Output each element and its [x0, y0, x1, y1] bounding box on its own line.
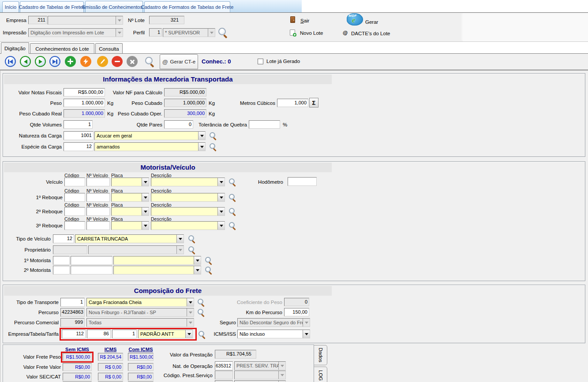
natureza-carga-code-input[interactable]: 1001 [64, 131, 94, 140]
lote-ja-gerado-checkbox[interactable] [258, 59, 263, 64]
mdfe-logo-icon[interactable]: MDF e [347, 13, 363, 26]
motorista1-code-input[interactable] [53, 256, 70, 265]
prior-record-icon[interactable] [20, 56, 31, 67]
edit-record-icon[interactable] [97, 56, 108, 67]
especie-carga-code-input[interactable]: 12 [64, 142, 94, 151]
novo-lote-button[interactable]: Novo Lote [300, 30, 323, 36]
reboque2-search-icon[interactable] [228, 208, 236, 215]
window-tab-emissao-conhecimentos[interactable]: Emissão de Conhecimentos [85, 1, 143, 12]
chevron-down-icon[interactable] [176, 235, 184, 243]
chevron-down-icon[interactable] [217, 178, 225, 186]
insert-record-icon[interactable] [65, 56, 76, 67]
motorista2-search-icon[interactable] [205, 266, 213, 274]
reboque1-search-icon[interactable] [228, 193, 236, 201]
search-icon[interactable] [145, 56, 155, 67]
veiculo-placa-select[interactable] [111, 178, 149, 186]
chevron-down-icon[interactable] [142, 208, 149, 215]
hodometro-input[interactable] [288, 177, 317, 186]
tipo-veiculo-code-input[interactable]: 12 [53, 234, 74, 243]
sum-button[interactable]: Σ [309, 98, 318, 108]
chevron-down-icon[interactable] [185, 330, 192, 338]
first-record-icon[interactable] [5, 56, 16, 67]
tipo-veiculo-search-icon[interactable] [188, 235, 196, 243]
reboque2-numero-input[interactable] [86, 207, 110, 216]
cancel-record-icon[interactable] [127, 56, 138, 67]
tab-digitacao[interactable]: Digitação [1, 42, 29, 54]
percurso-search-icon[interactable] [197, 308, 205, 316]
tarifa-tabela-input[interactable]: 86 [87, 330, 111, 338]
reboque3-search-icon[interactable] [228, 222, 236, 230]
chevron-down-icon[interactable] [217, 222, 225, 230]
tab-consulta[interactable]: Consulta [95, 43, 123, 54]
tipo-transporte-select[interactable]: Carga Fracionada Cheia [86, 298, 194, 307]
exit-door-icon[interactable] [290, 16, 295, 23]
proprietario-search-icon[interactable] [188, 246, 196, 254]
next-record-icon[interactable] [35, 56, 46, 67]
metros-cubicos-input[interactable]: 1,000 [277, 99, 308, 107]
reboque1-placa-select[interactable] [111, 193, 149, 202]
last-record-icon[interactable] [49, 56, 60, 67]
chevron-down-icon[interactable] [217, 193, 225, 201]
motorista1-select[interactable] [113, 256, 201, 265]
valor-notas-fiscais-input[interactable]: R$5.000,00 [64, 88, 105, 96]
at-icon[interactable]: @ [343, 30, 348, 35]
perfil-search-icon[interactable] [218, 27, 228, 38]
reboque2-codigo-input[interactable] [64, 207, 85, 216]
chevron-down-icon[interactable] [217, 208, 225, 215]
tolerancia-quebra-input[interactable] [249, 120, 280, 129]
chevron-down-icon[interactable] [142, 178, 149, 186]
reboque2-descricao-select[interactable] [151, 207, 225, 216]
delete-record-icon[interactable] [112, 56, 123, 67]
reboque2-placa-select[interactable] [111, 207, 149, 216]
chevron-down-icon[interactable] [142, 193, 149, 201]
veiculo-codigo-input[interactable] [64, 178, 85, 186]
especie-carga-search-icon[interactable] [209, 143, 217, 151]
natureza-carga-select[interactable]: Acucar em geral [94, 131, 206, 140]
chevron-down-icon[interactable] [194, 256, 201, 264]
gerar-cte-button[interactable]: @ Gerar CT-e [160, 54, 198, 69]
tipo-transporte-code-input[interactable]: 1 [60, 298, 85, 307]
reboque1-numero-input[interactable] [86, 193, 110, 202]
nat-operacao-code-input[interactable]: 635312 [215, 361, 233, 370]
motorista2-doc-input[interactable] [71, 266, 112, 274]
tipo-veiculo-select[interactable]: CARRETA TRUNCADA [75, 234, 184, 243]
tarifa-tarifa-input[interactable]: 1 [112, 330, 137, 338]
peso-input[interactable]: 1.000,000 [64, 99, 105, 107]
chevron-down-icon[interactable] [303, 330, 310, 338]
qtde-pares-input[interactable]: 0 [164, 120, 193, 129]
window-tab-cadastro-tabelas[interactable]: Cadastro de Tabelas de Fretes [20, 1, 84, 12]
reboque1-descricao-select[interactable] [151, 193, 225, 202]
chevron-down-icon[interactable] [187, 298, 194, 306]
veiculo-numero-input[interactable] [86, 178, 110, 186]
tipo-transporte-search-icon[interactable] [197, 298, 205, 306]
icms-iss-select[interactable]: Não incluso [237, 330, 310, 338]
side-tab-dados[interactable]: Dados [314, 345, 327, 365]
natureza-carga-search-icon[interactable] [209, 132, 217, 140]
dacte-do-lote-button[interactable]: DACTE's do Lote [351, 31, 390, 36]
tarifa-search-icon[interactable] [198, 330, 206, 338]
gerar-button[interactable]: Gerar [365, 19, 378, 25]
reboque3-numero-input[interactable] [86, 221, 110, 230]
motorista2-select[interactable] [113, 266, 201, 274]
tarifa-empresa-input[interactable]: 112 [62, 330, 86, 338]
reboque3-placa-select[interactable] [111, 221, 149, 230]
post-record-icon[interactable] [80, 56, 91, 67]
tab-conhecimentos-do-lote[interactable]: Conhecimentos do Lote [30, 43, 94, 54]
window-tab-inicio[interactable]: Início [2, 1, 19, 12]
reboque1-codigo-input[interactable] [64, 193, 85, 202]
veiculo-search-icon[interactable] [228, 178, 236, 186]
chevron-down-icon[interactable] [198, 132, 205, 140]
new-lote-icon[interactable] [290, 30, 295, 36]
especie-carga-select[interactable]: amarrados [94, 142, 206, 151]
window-tab-cadastro-formatos[interactable]: Cadastro de Formatos de Tabelas de Frete [144, 1, 230, 12]
reboque3-codigo-input[interactable] [64, 221, 85, 230]
motorista1-search-icon[interactable] [205, 256, 213, 264]
chevron-down-icon[interactable] [142, 222, 149, 230]
veiculo-descricao-select[interactable] [151, 178, 225, 186]
sair-button[interactable]: Sair [300, 18, 309, 23]
reboque3-descricao-select[interactable] [151, 221, 225, 230]
side-tab-log[interactable]: LOG d [314, 367, 327, 382]
qtde-volumes-input[interactable]: 1 [64, 120, 93, 129]
motorista2-code-input[interactable] [53, 266, 70, 274]
motorista1-doc-input[interactable] [71, 256, 112, 265]
